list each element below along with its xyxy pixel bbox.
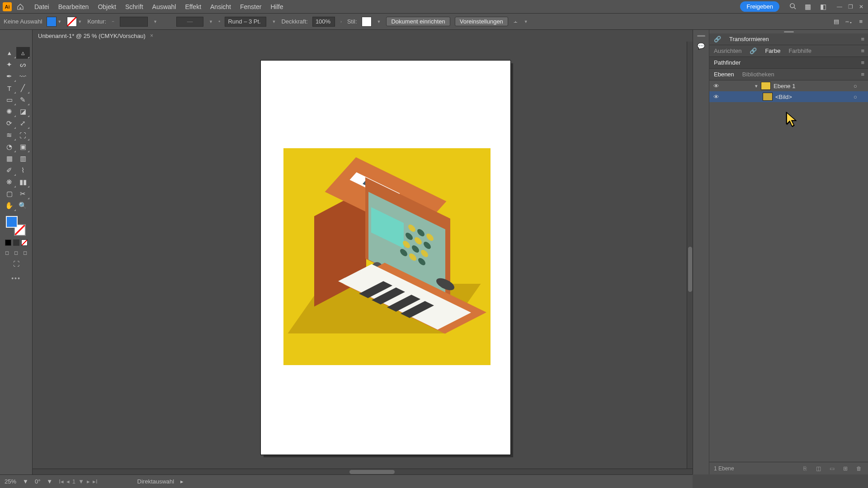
shaper-tool[interactable]: ✺ xyxy=(3,106,16,117)
panel-menu-icon[interactable]: ≡ xyxy=(861,59,864,66)
panel-menu-icon[interactable]: ≡ xyxy=(861,47,864,54)
width-tool[interactable]: ≋ xyxy=(3,129,16,141)
chevron-down-icon[interactable]: ▼ xyxy=(208,19,214,24)
layers-tab[interactable]: Ebenen xyxy=(714,71,734,78)
menu-objekt[interactable]: Objekt xyxy=(93,3,120,10)
chevron-right-icon[interactable]: › xyxy=(340,19,343,24)
shape-builder-tool[interactable]: ◔ xyxy=(3,141,16,153)
mesh-tool[interactable]: ▦ xyxy=(3,153,16,164)
color-guide-tab[interactable]: Farbhilfe xyxy=(788,47,811,54)
sublayer-name[interactable]: <Bild> xyxy=(775,94,792,100)
var-width-field[interactable]: — xyxy=(176,17,203,27)
document-setup-button[interactable]: Dokument einrichten xyxy=(386,17,450,26)
create-sublayer-icon[interactable]: ▭ xyxy=(827,465,836,472)
chevron-down-icon[interactable]: ▼ xyxy=(23,478,28,485)
search-icon[interactable] xyxy=(787,3,798,11)
graph-tool[interactable]: ▮▮ xyxy=(16,176,30,188)
target-icon[interactable]: ○ xyxy=(850,94,861,100)
link-icon[interactable]: 🔗 xyxy=(750,47,757,54)
target-icon[interactable]: ○ xyxy=(850,83,861,89)
share-button[interactable]: Freigeben xyxy=(740,1,779,12)
visibility-toggle[interactable]: 👁 xyxy=(709,83,723,89)
layer-name[interactable]: Ebene 1 xyxy=(774,83,795,89)
next-artboard-icon[interactable]: ▸ xyxy=(87,478,90,485)
draw-normal-icon[interactable]: ◻ xyxy=(4,249,10,256)
layer-thumbnail[interactable] xyxy=(763,93,773,101)
visibility-toggle[interactable]: 👁 xyxy=(709,94,723,100)
free-transform-tool[interactable]: ⛶ xyxy=(16,129,30,141)
magic-wand-tool[interactable]: ✦ xyxy=(3,59,16,70)
menu-datei[interactable]: Datei xyxy=(30,3,54,10)
perspective-tool[interactable]: ▣ xyxy=(16,141,30,153)
fill-swatch[interactable] xyxy=(47,17,57,27)
close-button[interactable]: ✕ xyxy=(857,4,865,10)
zoom-tool[interactable]: 🔍 xyxy=(16,200,30,211)
stroke-link-icon[interactable]: ⌢ xyxy=(111,19,115,24)
rectangle-tool[interactable]: ▭ xyxy=(3,94,16,106)
delete-layer-icon[interactable]: 🗑 xyxy=(854,465,863,472)
minimize-button[interactable]: — xyxy=(835,4,844,10)
vertical-scrollbar[interactable] xyxy=(687,42,693,469)
comments-icon[interactable]: 💬 xyxy=(696,41,706,51)
stroke-weight-field[interactable] xyxy=(120,17,148,27)
first-artboard-icon[interactable]: I◂ xyxy=(59,478,64,485)
chevron-down-icon[interactable]: ▼ xyxy=(57,19,62,24)
menu-auswahl[interactable]: Auswahl xyxy=(148,3,181,10)
preferences-button[interactable]: Voreinstellungen xyxy=(455,17,508,26)
stroke-swatch[interactable] xyxy=(67,17,77,27)
layer-row[interactable]: 👁 <Bild> ○ xyxy=(709,91,868,102)
eraser-tool[interactable]: ◪ xyxy=(16,106,30,117)
panel-menu-icon[interactable]: ≡ xyxy=(859,18,863,25)
chevron-down-icon[interactable]: ▼ xyxy=(376,19,382,24)
transform-tab[interactable]: Transformieren xyxy=(729,36,769,42)
menu-bearbeiten[interactable]: Bearbeiten xyxy=(54,3,94,10)
new-layer-icon[interactable]: ⊞ xyxy=(841,465,850,472)
curvature-tool[interactable]: 〰 xyxy=(16,70,30,82)
menu-hilfe[interactable]: Hilfe xyxy=(266,3,288,10)
slice-tool[interactable]: ✂ xyxy=(16,188,30,200)
fill-stroke-swatches[interactable] xyxy=(6,216,27,237)
chevron-down-icon[interactable]: ▼ xyxy=(78,478,84,485)
align-to-icon[interactable]: ⫠ xyxy=(513,18,519,25)
menu-effekt[interactable]: Effekt xyxy=(180,3,206,10)
fill-color[interactable] xyxy=(6,216,18,228)
rotation-field[interactable]: 0° xyxy=(35,478,40,485)
pathfinder-tab[interactable]: Pathfinder xyxy=(714,59,741,66)
gradient-tool[interactable]: ▥ xyxy=(16,153,30,164)
color-tab[interactable]: Farbe xyxy=(765,47,780,54)
chevron-down-icon[interactable]: ▼ xyxy=(77,19,83,24)
line-tool[interactable]: ╱ xyxy=(16,82,30,94)
direct-selection-tool[interactable]: ▵ xyxy=(16,47,30,59)
last-artboard-icon[interactable]: ▸I xyxy=(93,478,98,485)
hand-tool[interactable]: ✋ xyxy=(3,200,16,211)
canvas-area[interactable] xyxy=(33,42,693,474)
paintbrush-tool[interactable]: ✎ xyxy=(16,94,30,106)
panel-menu-icon[interactable]: ≡ xyxy=(861,36,864,42)
blend-tool[interactable]: ⌇ xyxy=(16,164,30,176)
edit-toolbar-icon[interactable]: ••• xyxy=(11,275,21,282)
menu-schrift[interactable]: Schrift xyxy=(121,3,148,10)
clip-mask-icon[interactable]: ◫ xyxy=(814,465,823,472)
symbol-sprayer-tool[interactable]: ❋ xyxy=(3,176,16,188)
menu-fenster[interactable]: Fenster xyxy=(236,3,266,10)
zoom-field[interactable]: 25% xyxy=(5,478,16,485)
chevron-down-icon[interactable]: ▼ xyxy=(47,478,52,485)
style-swatch[interactable] xyxy=(362,17,372,27)
layer-row[interactable]: 👁 ▾ Ebene 1 ○ xyxy=(709,80,868,91)
pen-tool[interactable]: ✒ xyxy=(3,70,16,82)
type-tool[interactable]: T xyxy=(3,82,16,94)
selection-tool[interactable]: ▴ xyxy=(3,47,16,59)
menu-ansicht[interactable]: Ansicht xyxy=(206,3,236,10)
home-icon[interactable] xyxy=(15,2,25,12)
horizontal-scrollbar[interactable] xyxy=(33,469,693,474)
lasso-tool[interactable]: ᔕ xyxy=(16,59,30,70)
layer-thumbnail[interactable] xyxy=(761,82,771,90)
opacity-field[interactable]: 100% xyxy=(312,17,335,27)
close-tab-icon[interactable]: × xyxy=(150,33,153,39)
rotate-tool[interactable]: ⟳ xyxy=(3,117,16,129)
panel-menu-icon[interactable]: ≡ xyxy=(861,71,864,78)
locate-object-icon[interactable]: ⎘ xyxy=(800,465,809,472)
artboard-number[interactable]: 1 xyxy=(72,478,75,485)
chevron-down-icon[interactable]: ▼ xyxy=(271,19,277,24)
draw-inside-icon[interactable]: ◻ xyxy=(22,249,28,256)
